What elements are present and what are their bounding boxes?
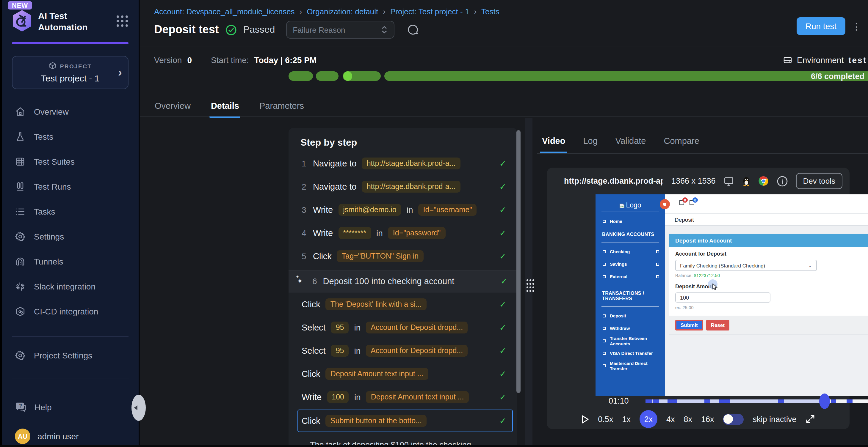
failure-reason-select[interactable]: Failure Reason xyxy=(286,21,395,39)
tab-validate[interactable]: Validate xyxy=(616,136,646,153)
substep-row-1[interactable]: Click The 'Deposit' link with a si... xyxy=(301,293,507,316)
kebab-menu-icon[interactable] xyxy=(852,22,861,32)
progress-segment xyxy=(288,71,313,81)
substep-row-3[interactable]: Select 95 in Account for Deposit dropd..… xyxy=(301,339,507,362)
breadcrumb-tests[interactable]: Tests xyxy=(481,7,499,16)
step-row-2[interactable]: 2 Navigate to http://stage.dbank.prod-a.… xyxy=(301,175,507,198)
sidebar-item-tunnels[interactable]: Tunnels xyxy=(12,249,128,274)
success-check-icon xyxy=(499,346,506,355)
substep-row-2[interactable]: Select 95 in Account for Deposit dropd..… xyxy=(301,316,507,339)
fullscreen-icon[interactable] xyxy=(806,414,815,424)
balance-text: Balance: $1223712.50 xyxy=(675,273,868,278)
app-grid-icon[interactable] xyxy=(116,14,128,29)
sidebar-item-project-settings[interactable]: Project Settings xyxy=(12,344,128,366)
chevron-right-icon xyxy=(118,65,122,79)
sidebar-item-slack-integration[interactable]: Slack integration xyxy=(12,274,128,299)
account-for-deposit-label: Account for Deposit xyxy=(675,251,868,257)
run-test-button[interactable]: Run test xyxy=(797,17,845,35)
tab-video[interactable]: Video xyxy=(542,136,565,153)
sidebar-item-tests[interactable]: Tests xyxy=(12,124,128,149)
bank-logo: Logo xyxy=(595,194,665,209)
broken-image-icon xyxy=(619,203,625,209)
sidebar-item-cicd-integration[interactable]: CI-CD integration xyxy=(12,299,128,324)
passed-check-icon xyxy=(225,24,237,35)
ai-sparkle-icon xyxy=(297,277,306,285)
sidebar-item-tasks[interactable]: Tasks xyxy=(12,199,128,224)
tabs-divider xyxy=(140,116,868,117)
app-window: NEW AI Test Automation xyxy=(0,0,868,447)
columns-icon xyxy=(15,181,26,192)
step-value-chip: http://stage.dbank.prod-a... xyxy=(362,157,461,169)
environment-indicator: Environment test xyxy=(783,54,867,66)
steps-heading: Step by step xyxy=(301,137,507,148)
flask-icon xyxy=(15,131,26,142)
success-check-icon xyxy=(499,182,506,191)
info-icon[interactable] xyxy=(776,175,788,187)
tab-overview[interactable]: Overview xyxy=(155,101,191,118)
speed-16x[interactable]: 16x xyxy=(701,415,714,423)
scrollbar-thumb[interactable] xyxy=(517,130,521,393)
sidebar-item-test-runs[interactable]: Test Runs xyxy=(12,174,128,199)
breadcrumb-account[interactable]: Account: Devspace_all_module_licenses xyxy=(154,7,295,16)
test-header: Deposit test Passed Failure Reason xyxy=(154,20,419,40)
seek-track[interactable] xyxy=(646,400,868,403)
panel-resize-grip-icon[interactable] xyxy=(527,279,528,281)
step-row-3[interactable]: 3 Write jsmith@demo.io in Id="username" xyxy=(301,198,507,221)
speed-4x[interactable]: 4x xyxy=(666,415,675,423)
bank-reset-button: Reset xyxy=(706,320,730,331)
speed-8x[interactable]: 8x xyxy=(684,415,692,423)
sidebar-item-help[interactable]: ? Help xyxy=(12,396,128,418)
sidebar-item-test-suites[interactable]: Test Suites xyxy=(12,149,128,174)
step-row-5[interactable]: 5 Click Tag="BUTTON" Sign in xyxy=(301,244,507,268)
substep-row-5[interactable]: Write 100 in Deposit Amount text input .… xyxy=(301,385,507,408)
tab-details[interactable]: Details xyxy=(211,101,239,118)
success-check-icon xyxy=(499,416,506,425)
environment-value: test xyxy=(848,55,867,65)
app-logo-icon xyxy=(12,9,32,34)
cicd-icon xyxy=(15,306,26,316)
header-divider xyxy=(140,46,868,46)
skip-inactive-toggle[interactable] xyxy=(723,413,744,425)
breadcrumb-project[interactable]: Project: Test project - 1 xyxy=(390,7,469,16)
video-tabs-divider xyxy=(537,153,868,154)
substep-row-4[interactable]: Click Deposit Amount text input ... xyxy=(301,362,507,385)
speed-0-5x[interactable]: 0.5x xyxy=(598,415,613,423)
skip-inactive-label: skip inactive xyxy=(753,415,797,423)
success-check-icon xyxy=(499,159,506,168)
video-url: http://stage.dbank.prod-apps.relicx.ai:8… xyxy=(564,176,664,185)
current-time: 01:10 xyxy=(609,397,629,405)
tab-parameters[interactable]: Parameters xyxy=(259,101,304,118)
tab-log[interactable]: Log xyxy=(583,136,597,153)
step-value-chip: jsmith@demo.io xyxy=(338,204,401,215)
speed-2x-active[interactable]: 2x xyxy=(640,410,657,428)
start-time-value: Today | 6:25 PM xyxy=(254,55,317,65)
play-icon[interactable] xyxy=(581,415,589,423)
video-timeline: 01:10 01:33 xyxy=(547,393,849,409)
sidebar-item-overview[interactable]: Overview xyxy=(12,99,128,124)
comment-icon[interactable] xyxy=(407,24,419,36)
step-row-1[interactable]: 1 Navigate to http://stage.dbank.prod-a.… xyxy=(301,151,507,175)
sidebar-collapse-handle[interactable] xyxy=(131,395,146,421)
step-group-row[interactable]: 6 Deposit 100 into checking account xyxy=(288,270,517,293)
speed-1x[interactable]: 1x xyxy=(622,415,631,423)
success-check-icon xyxy=(499,205,506,214)
tab-compare[interactable]: Compare xyxy=(664,136,699,153)
substep-row-6-selected[interactable]: Click Submit button at the botto... xyxy=(298,410,513,432)
step-selector-chip: Id="username" xyxy=(418,204,477,215)
bank-content: Deposit into Account Account for Deposit… xyxy=(665,226,868,396)
step-selector-chip: Deposit Amount text input ... xyxy=(326,368,428,380)
gear-icon xyxy=(15,350,26,360)
step-row-4[interactable]: 4 Write ******** in Id="password" xyxy=(301,221,507,244)
user-menu[interactable]: AU admin user xyxy=(12,425,128,447)
project-selector[interactable]: PROJECT Test project - 1 xyxy=(12,56,128,89)
sidebar-item-settings[interactable]: Settings xyxy=(12,224,128,249)
project-box-icon xyxy=(49,62,57,70)
video-url-bar: http://stage.dbank.prod-apps.relicx.ai:8… xyxy=(547,168,849,194)
mouse-cursor-icon xyxy=(712,282,718,293)
progress-segment xyxy=(316,71,339,81)
breadcrumb-organization[interactable]: Organization: default xyxy=(307,7,378,16)
video-tabs: Video Log Validate Compare xyxy=(542,136,699,153)
seek-handle[interactable] xyxy=(819,393,830,409)
bank-topbar: 0 0 User Avat xyxy=(665,194,868,214)
dev-tools-button[interactable]: Dev tools xyxy=(796,173,842,189)
